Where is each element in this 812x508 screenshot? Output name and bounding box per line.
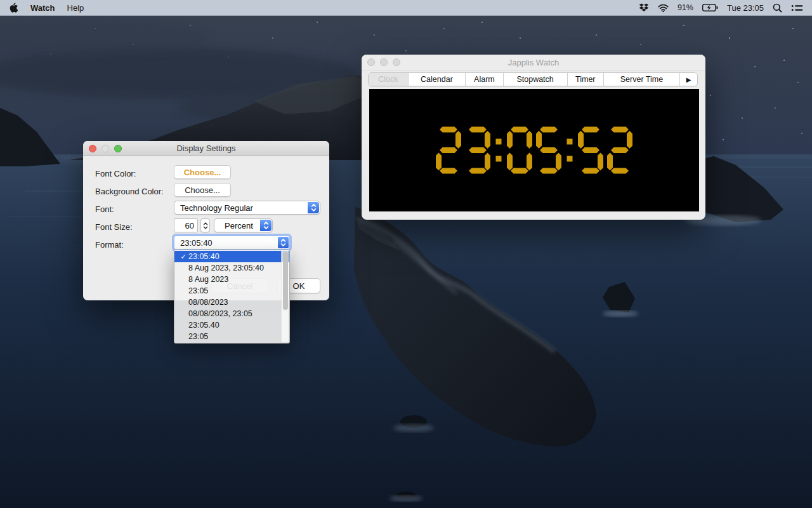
window-title: Japplis Watch	[508, 58, 559, 67]
dropbox-icon[interactable]	[639, 3, 649, 13]
font-color-choose-button[interactable]: Choose...	[174, 165, 231, 179]
scrollbar-thumb[interactable]	[283, 251, 288, 310]
tab-alarm[interactable]: Alarm	[466, 73, 503, 86]
format-option-label: 23:05:40	[188, 252, 219, 261]
tab-stopwatch[interactable]: Stopwatch	[504, 73, 568, 86]
close-button[interactable]	[89, 145, 96, 152]
menu-watch[interactable]: Watch	[30, 3, 55, 13]
window-title: Display Settings	[176, 144, 235, 153]
format-label: Format:	[95, 238, 124, 252]
battery-percent: 91%	[678, 3, 693, 12]
font-size-input[interactable]: 60	[174, 218, 198, 232]
format-options-container: ✓23:05:408 Aug 2023, 23:05:408 Aug 20232…	[174, 251, 289, 342]
format-option[interactable]: 23:05	[174, 331, 289, 342]
font-size-unit-popup[interactable]: Percent	[214, 218, 273, 232]
format-option-label: 23:05.40	[188, 321, 219, 330]
format-option[interactable]: ✓23:05:40	[174, 251, 289, 262]
background-color-choose-button[interactable]: Choose...	[174, 183, 231, 197]
chevron-up-down-icon	[308, 202, 319, 213]
format-option-label: 8 Aug 2023	[188, 275, 228, 284]
format-option-label: 08/08/2023	[188, 298, 228, 307]
format-option[interactable]: 08/08/2023, 23:05	[174, 308, 289, 319]
background-color-label: Background Color:	[95, 185, 164, 199]
zoom-button[interactable]	[393, 58, 400, 66]
digital-clock-display	[369, 89, 699, 211]
dropdown-scrollbar[interactable]	[281, 251, 289, 342]
font-popup-value: Technology Regular	[174, 203, 253, 213]
clock-tab-bar: ClockCalendarAlarmStopwatchTimerServer T…	[368, 72, 698, 86]
menu-bar: Watch Help	[0, 0, 812, 16]
chevron-up-down-icon	[260, 220, 272, 231]
battery-charging-icon[interactable]	[702, 4, 718, 11]
format-option[interactable]: 23:05.40	[174, 319, 289, 331]
japplis-titlebar: Japplis Watch	[362, 55, 705, 70]
tab-calendar[interactable]: Calendar	[409, 73, 466, 86]
menubar-clock[interactable]: Tue 23:05	[727, 3, 764, 13]
notification-list-icon[interactable]	[791, 4, 803, 12]
minimize-button[interactable]	[102, 145, 109, 152]
zoom-button[interactable]	[114, 145, 122, 152]
font-size-stepper[interactable]	[200, 218, 210, 232]
apple-icon[interactable]	[10, 3, 18, 13]
japplis-watch-window: Japplis Watch ClockCalendarAlarmStopwatc…	[362, 55, 705, 220]
close-button[interactable]	[367, 58, 375, 66]
display-settings-window: Display Settings Font Color: Choose... B…	[83, 141, 329, 300]
format-option-label: 08/08/2023, 23:05	[188, 309, 252, 318]
format-option[interactable]: 08/08/2023	[174, 297, 289, 308]
menu-help[interactable]: Help	[67, 3, 84, 13]
tab-overflow-play-icon[interactable]: ▶	[680, 73, 697, 86]
wifi-icon[interactable]	[658, 4, 669, 12]
format-option[interactable]: 8 Aug 2023, 23:05:40	[174, 262, 289, 274]
format-option-label: 23:05	[188, 286, 208, 295]
spotlight-search-icon[interactable]	[773, 3, 782, 13]
tab-timer[interactable]: Timer	[568, 73, 604, 86]
format-option[interactable]: 23:05	[174, 285, 289, 297]
minimize-button[interactable]	[380, 58, 388, 66]
format-combobox[interactable]: 23:05:40	[174, 236, 290, 250]
check-icon: ✓	[178, 253, 188, 261]
font-label: Font:	[95, 203, 114, 217]
font-color-label: Font Color:	[95, 167, 136, 181]
settings-titlebar: Display Settings	[83, 141, 329, 156]
format-dropdown-list: ✓23:05:408 Aug 2023, 23:05:408 Aug 20232…	[174, 250, 290, 344]
tab-server-time[interactable]: Server Time	[604, 73, 680, 86]
tab-clock[interactable]: Clock	[369, 73, 409, 86]
chevron-up-down-icon	[278, 237, 289, 248]
format-option-label: 8 Aug 2023, 23:05:40	[188, 264, 264, 272]
format-combobox-value: 23:05:40	[174, 238, 213, 248]
format-option[interactable]: 8 Aug 2023	[174, 274, 289, 285]
format-option-label: 23:05	[188, 332, 208, 341]
font-size-label: Font Size:	[95, 220, 133, 234]
font-popup[interactable]: Technology Regular	[174, 201, 320, 215]
